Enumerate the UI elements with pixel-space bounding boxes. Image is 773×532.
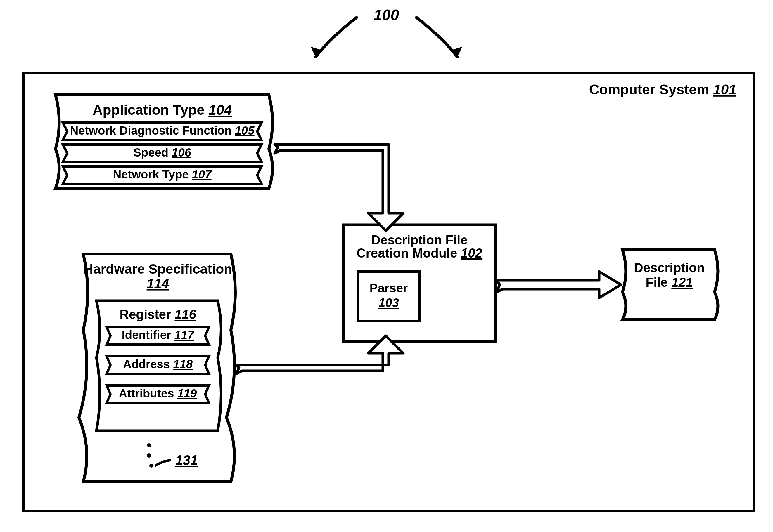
arrow-hw-to-module: [236, 336, 403, 374]
register-title: Register 116: [119, 307, 196, 321]
container-label: Computer System 101: [589, 82, 737, 97]
figure-label: 100: [374, 6, 399, 23]
figure-label-arrows: 100: [311, 6, 462, 57]
register-item-0: Identifier 117: [107, 327, 209, 345]
module-title-num: 102: [461, 246, 482, 260]
svg-marker-1: [451, 47, 462, 57]
output-label-l1: Description: [634, 260, 705, 275]
hw-spec-title-num: 114: [147, 276, 169, 291]
hardware-spec-doc: Hardware Specification 114 Register 116 …: [79, 254, 235, 482]
app-type-item-2-num: 107: [192, 168, 212, 181]
svg-point-11: [149, 464, 153, 468]
app-type-item-1-label: Speed: [133, 146, 168, 159]
svg-point-10: [147, 453, 151, 458]
app-type-item-2-label: Network Type: [113, 168, 188, 181]
svg-text:Network Diagnostic Function
  : Network Diagnostic Function 105: [70, 124, 255, 137]
svg-text:Identifier
         
        1: Identifier 117: [122, 328, 195, 341]
register-item-2: Attributes 119: [107, 385, 209, 403]
app-type-item-0-num: 105: [235, 124, 255, 137]
app-type-item-1: Speed 106: [63, 145, 262, 162]
register-item-1: Address 118: [107, 356, 209, 374]
hw-spec-title: Hardware Specification: [84, 261, 232, 277]
svg-text:Speed
         
        106: Speed 106: [133, 146, 191, 159]
svg-text:Address
         
        118: Address 118: [123, 358, 193, 371]
output-label-l2: File: [646, 275, 668, 289]
svg-text:114: 114: [147, 276, 169, 291]
arrow-app-to-module: [275, 145, 403, 231]
svg-text:File
       
      121: File 121: [646, 275, 693, 289]
arrow-module-to-output: [497, 272, 621, 298]
app-type-item-1-num: 106: [171, 146, 191, 159]
more-num: 131: [175, 453, 198, 468]
output-doc: Description File 121: [623, 250, 718, 320]
svg-text:Creation Module
       
      : Creation Module 102: [357, 246, 482, 260]
module-box: Description File Creation Module 102 Par…: [343, 225, 495, 342]
module-title-l2: Creation Module: [357, 246, 457, 260]
app-type-item-0-label: Network Diagnostic Function: [70, 124, 232, 137]
svg-point-9: [147, 443, 151, 447]
app-type-title: Application Type 104: [93, 102, 232, 118]
diagram-root: 100 Computer System 101 Application Type…: [0, 0, 773, 532]
parser-num: 103: [378, 296, 399, 310]
svg-text:Attributes
         
        1: Attributes 119: [119, 387, 197, 400]
app-type-item-2: Network Type 107: [63, 166, 262, 184]
application-type-doc: Application Type 104 Network Diagnostic …: [55, 95, 273, 188]
module-title-l1: Description File: [371, 233, 468, 247]
app-type-item-0: Network Diagnostic Function 105: [63, 123, 262, 140]
svg-text:Network Type
         
       : Network Type 107: [113, 168, 212, 181]
svg-marker-0: [311, 47, 322, 57]
output-num: 121: [671, 275, 693, 289]
parser-label: Parser: [370, 281, 408, 295]
